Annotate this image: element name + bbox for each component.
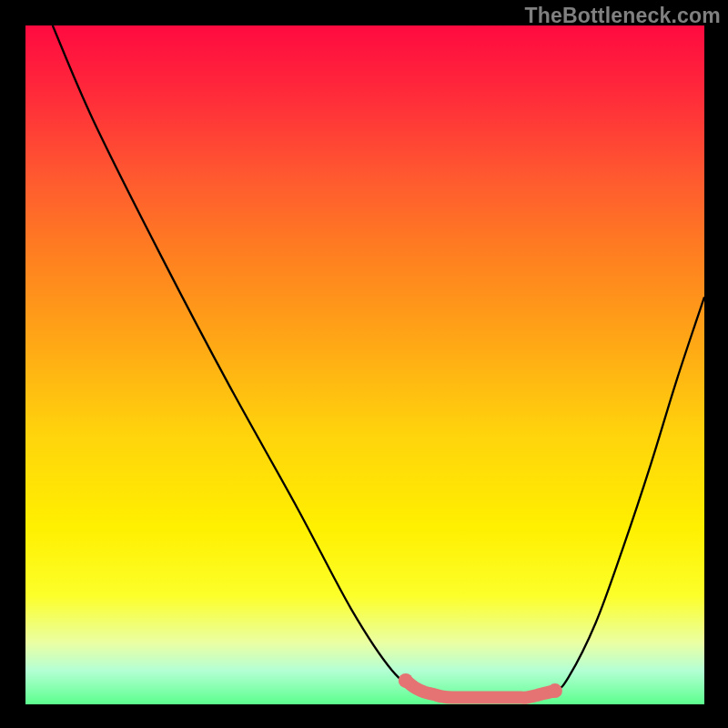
highlight-dot-start bbox=[399, 673, 413, 688]
optimal-range-highlight bbox=[406, 681, 555, 698]
bottleneck-curve bbox=[53, 25, 704, 698]
chart-frame: TheBottleneck.com bbox=[0, 0, 728, 728]
curve-group bbox=[53, 25, 704, 698]
highlight-dot-end bbox=[548, 683, 562, 698]
curve-layer bbox=[0, 0, 728, 728]
